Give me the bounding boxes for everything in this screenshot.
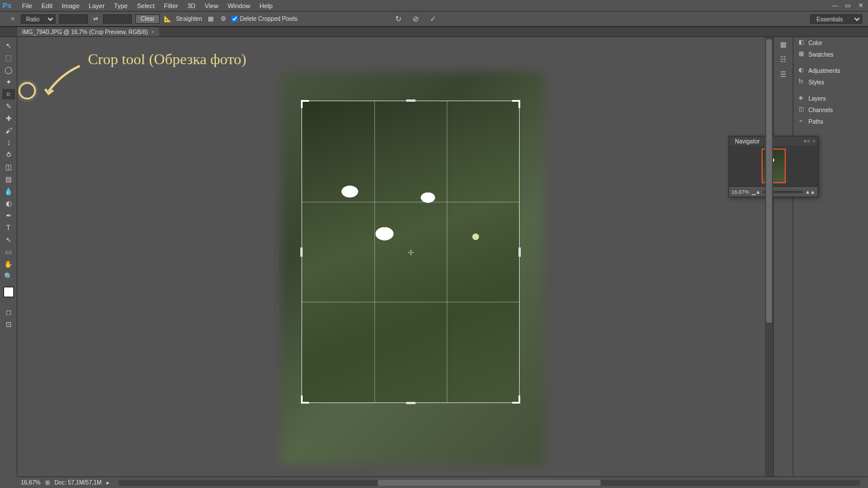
crop-height-input[interactable] bbox=[103, 14, 132, 24]
layers-icon: ◈ bbox=[797, 94, 805, 102]
annotation-highlight-circle bbox=[19, 82, 36, 99]
commit-crop-icon[interactable]: ✓ bbox=[428, 14, 437, 24]
crop-handle-left[interactable] bbox=[300, 247, 303, 257]
dock-icon-1[interactable]: ▦ bbox=[778, 40, 789, 49]
shape-tool[interactable]: ▭ bbox=[2, 247, 15, 257]
vertical-scrollbar[interactable] bbox=[765, 37, 773, 476]
workspace-select[interactable]: Essentials bbox=[810, 14, 862, 24]
menu-3d[interactable]: 3D bbox=[183, 1, 200, 10]
marquee-tool[interactable]: ⬚ bbox=[2, 53, 15, 63]
eraser-tool[interactable]: ◫ bbox=[2, 162, 15, 172]
menu-view[interactable]: View bbox=[200, 1, 223, 10]
blur-tool[interactable]: 💧 bbox=[2, 186, 15, 197]
zoom-out-icon[interactable]: ▁▲ bbox=[752, 189, 761, 195]
dock-icon-3[interactable]: ☰ bbox=[778, 71, 789, 79]
gradient-tool[interactable]: ▤ bbox=[2, 174, 15, 184]
menu-edit[interactable]: Edit bbox=[37, 1, 57, 10]
navigator-panel[interactable]: Navigator ▾≡ × 16,67% ▁▲ ▲▲ bbox=[729, 136, 818, 197]
crop-handle-top[interactable] bbox=[406, 99, 415, 102]
paths-icon: ⌁ bbox=[797, 117, 805, 125]
dock-icon-2[interactable]: ☷ bbox=[778, 56, 789, 64]
screenmode-toggle[interactable]: ⊡ bbox=[2, 319, 15, 330]
clear-button[interactable]: Clear bbox=[135, 14, 160, 24]
panel-menu-icon[interactable]: ▾≡ bbox=[804, 138, 810, 144]
history-brush-tool[interactable]: ⥁ bbox=[2, 150, 15, 160]
panel-color[interactable]: ◧Color bbox=[793, 37, 868, 49]
delete-cropped-input[interactable] bbox=[231, 16, 238, 22]
crop-handle-bottom-left[interactable] bbox=[301, 395, 309, 404]
panel-channels[interactable]: ◫Channels bbox=[793, 104, 868, 116]
menu-file[interactable]: File bbox=[17, 1, 37, 10]
foreground-background-colors[interactable] bbox=[3, 287, 14, 297]
crop-handle-bottom[interactable] bbox=[406, 402, 415, 404]
path-tool[interactable]: ↖ bbox=[2, 235, 15, 245]
maximize-icon[interactable]: ▭ bbox=[843, 2, 853, 10]
menu-image[interactable]: Image bbox=[57, 1, 84, 10]
navigator-zoom-value: 16,67% bbox=[731, 189, 749, 195]
type-tool[interactable]: T bbox=[2, 223, 15, 233]
panel-swatches[interactable]: ▦Swatches bbox=[793, 49, 868, 60]
menu-filter[interactable]: Filter bbox=[159, 1, 182, 10]
zoom-tool[interactable]: 🔍 bbox=[2, 271, 15, 282]
wand-tool[interactable]: ✦ bbox=[2, 77, 15, 87]
crop-handle-right[interactable] bbox=[518, 247, 521, 257]
horizontal-scrollbar[interactable] bbox=[119, 480, 860, 486]
vertical-scroll-thumb[interactable] bbox=[766, 39, 772, 323]
menu-layer[interactable]: Layer bbox=[84, 1, 109, 10]
canvas-area[interactable]: ✢ Crop tool (Обрезка фото) bbox=[17, 37, 773, 476]
crop-tool-icon: ⌗ bbox=[8, 14, 17, 24]
quickmask-toggle[interactable]: ◻ bbox=[2, 307, 15, 317]
stamp-tool[interactable]: ⟟ bbox=[2, 138, 15, 148]
zoom-in-icon[interactable]: ▲▲ bbox=[805, 189, 815, 195]
delete-cropped-checkbox[interactable]: Delete Cropped Pixels bbox=[231, 16, 298, 22]
navigator-tab[interactable]: Navigator bbox=[731, 138, 763, 145]
close-icon[interactable]: ✕ bbox=[855, 2, 866, 10]
crop-center-icon: ✢ bbox=[407, 249, 414, 256]
swap-icon[interactable]: ⇄ bbox=[91, 16, 100, 22]
menu-type[interactable]: Type bbox=[109, 1, 133, 10]
panel-adjustments[interactable]: ◐Adjustments bbox=[793, 65, 868, 76]
document-tab[interactable]: IMG_7940.JPG @ 16,7% (Crop Preview, RGB/… bbox=[17, 27, 159, 36]
crop-width-input[interactable] bbox=[59, 14, 88, 24]
styles-icon: fx bbox=[797, 78, 805, 86]
ratio-select[interactable]: Ratio bbox=[21, 14, 56, 24]
navigator-preview[interactable] bbox=[729, 146, 818, 186]
document-tab-bar: IMG_7940.JPG @ 16,7% (Crop Preview, RGB/… bbox=[0, 27, 868, 37]
crop-handle-top-right[interactable] bbox=[512, 100, 520, 108]
reset-crop-icon[interactable]: ↻ bbox=[393, 14, 403, 24]
tab-close-icon[interactable]: × bbox=[151, 29, 155, 35]
color-icon: ◧ bbox=[797, 39, 805, 47]
status-doc-size: Doc: 57,1M/57,1M bbox=[54, 479, 102, 486]
brush-tool[interactable]: 🖌 bbox=[2, 125, 15, 136]
crop-tool[interactable]: ⌗ bbox=[2, 89, 15, 99]
status-expand-icon[interactable]: ⊞ bbox=[45, 479, 50, 486]
toolbox: ↖⬚◯✦⌗✎✚🖌⟟⥁◫▤💧◐✒T↖▭✋🔍◻⊡ bbox=[0, 37, 17, 476]
crop-handle-bottom-right[interactable] bbox=[512, 395, 520, 404]
menu-select[interactable]: Select bbox=[133, 1, 160, 10]
straighten-label[interactable]: Straighten bbox=[176, 16, 203, 22]
panel-paths[interactable]: ⌁Paths bbox=[793, 116, 868, 127]
cancel-crop-icon[interactable]: ⊘ bbox=[411, 14, 420, 24]
pen-tool[interactable]: ✒ bbox=[2, 210, 15, 221]
crop-handle-top-left[interactable] bbox=[301, 100, 309, 108]
menu-window[interactable]: Window bbox=[223, 1, 255, 10]
eyedrop-tool[interactable]: ✎ bbox=[2, 101, 15, 112]
straighten-icon[interactable]: 📐 bbox=[163, 14, 172, 24]
panel-close-icon[interactable]: × bbox=[812, 138, 815, 144]
crop-frame[interactable]: ✢ bbox=[301, 101, 520, 403]
menu-help[interactable]: Help bbox=[255, 1, 278, 10]
options-bar: ⌗ Ratio ⇄ Clear 📐 Straighten ▦ ⚙ Delete … bbox=[0, 12, 868, 27]
move-tool[interactable]: ↖ bbox=[2, 40, 15, 51]
heal-tool[interactable]: ✚ bbox=[2, 113, 15, 124]
right-panels: ◧Color ▦Swatches ◐Adjustments fxStyles ◈… bbox=[793, 37, 868, 476]
minimize-icon[interactable]: — bbox=[830, 2, 840, 10]
hand-tool[interactable]: ✋ bbox=[2, 259, 15, 269]
panel-layers[interactable]: ◈Layers bbox=[793, 93, 868, 104]
crop-options-gear-icon[interactable]: ⚙ bbox=[219, 14, 228, 24]
delete-cropped-label: Delete Cropped Pixels bbox=[240, 16, 298, 22]
dodge-tool[interactable]: ◐ bbox=[2, 198, 15, 209]
lasso-tool[interactable]: ◯ bbox=[2, 65, 15, 75]
status-chevron-icon[interactable]: ▸ bbox=[106, 479, 109, 486]
overlay-grid-icon[interactable]: ▦ bbox=[206, 14, 215, 24]
panel-styles[interactable]: fxStyles bbox=[793, 76, 868, 88]
